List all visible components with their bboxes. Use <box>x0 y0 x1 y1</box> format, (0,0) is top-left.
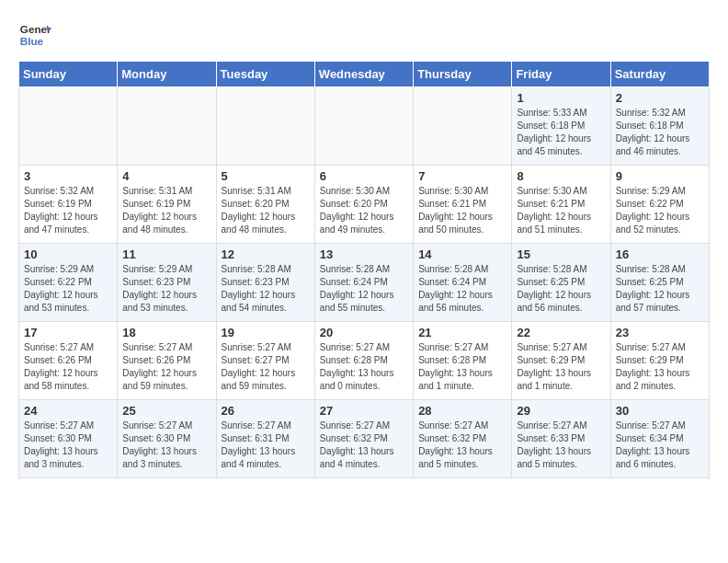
day-info: Sunrise: 5:28 AM Sunset: 6:23 PM Dayligh… <box>222 263 310 315</box>
day-info: Sunrise: 5:27 AM Sunset: 6:26 PM Dayligh… <box>24 341 112 393</box>
calendar-cell <box>216 87 314 166</box>
calendar-cell: 11Sunrise: 5:29 AM Sunset: 6:23 PM Dayli… <box>118 244 216 322</box>
day-number: 2 <box>616 91 704 105</box>
calendar-cell: 13Sunrise: 5:28 AM Sunset: 6:24 PM Dayli… <box>314 244 413 322</box>
page-header: General Blue <box>18 18 710 52</box>
day-number: 19 <box>222 326 310 339</box>
day-info: Sunrise: 5:27 AM Sunset: 6:28 PM Dayligh… <box>320 341 408 393</box>
day-number: 12 <box>222 247 310 261</box>
day-number: 29 <box>517 404 605 418</box>
day-number: 27 <box>320 404 408 418</box>
logo-icon: General Blue <box>18 18 51 52</box>
day-number: 15 <box>517 247 605 261</box>
day-number: 21 <box>418 326 506 339</box>
calendar-cell <box>314 87 413 166</box>
day-info: Sunrise: 5:27 AM Sunset: 6:31 PM Dayligh… <box>222 419 310 471</box>
day-info: Sunrise: 5:27 AM Sunset: 6:29 PM Dayligh… <box>616 341 704 393</box>
calendar-cell: 3Sunrise: 5:32 AM Sunset: 6:19 PM Daylig… <box>19 166 118 244</box>
day-info: Sunrise: 5:27 AM Sunset: 6:26 PM Dayligh… <box>122 341 210 393</box>
day-info: Sunrise: 5:27 AM Sunset: 6:33 PM Dayligh… <box>517 419 605 471</box>
calendar-cell: 4Sunrise: 5:31 AM Sunset: 6:19 PM Daylig… <box>118 166 216 244</box>
day-info: Sunrise: 5:29 AM Sunset: 6:22 PM Dayligh… <box>24 263 112 315</box>
day-number: 6 <box>320 169 408 183</box>
calendar-cell: 25Sunrise: 5:27 AM Sunset: 6:30 PM Dayli… <box>118 400 216 478</box>
day-info: Sunrise: 5:27 AM Sunset: 6:30 PM Dayligh… <box>24 419 112 471</box>
day-info: Sunrise: 5:29 AM Sunset: 6:22 PM Dayligh… <box>616 185 704 236</box>
day-number: 26 <box>222 404 310 418</box>
calendar-cell: 2Sunrise: 5:32 AM Sunset: 6:18 PM Daylig… <box>610 87 709 166</box>
calendar-cell: 26Sunrise: 5:27 AM Sunset: 6:31 PM Dayli… <box>216 400 314 478</box>
day-info: Sunrise: 5:28 AM Sunset: 6:25 PM Dayligh… <box>616 263 704 315</box>
logo: General Blue <box>18 18 51 52</box>
weekday-header-tuesday: Tuesday <box>216 62 314 87</box>
day-number: 5 <box>222 169 310 183</box>
calendar-cell: 7Sunrise: 5:30 AM Sunset: 6:21 PM Daylig… <box>414 166 512 244</box>
weekday-header-monday: Monday <box>118 62 216 87</box>
day-number: 17 <box>24 326 112 339</box>
day-number: 24 <box>24 404 112 418</box>
day-number: 1 <box>517 91 605 105</box>
day-number: 4 <box>122 169 210 183</box>
calendar-cell: 18Sunrise: 5:27 AM Sunset: 6:26 PM Dayli… <box>118 322 216 400</box>
day-number: 13 <box>320 247 408 261</box>
day-number: 28 <box>418 404 506 418</box>
calendar-cell: 9Sunrise: 5:29 AM Sunset: 6:22 PM Daylig… <box>610 166 709 244</box>
calendar-cell: 23Sunrise: 5:27 AM Sunset: 6:29 PM Dayli… <box>610 322 709 400</box>
day-number: 9 <box>616 169 704 183</box>
calendar-cell: 22Sunrise: 5:27 AM Sunset: 6:29 PM Dayli… <box>512 322 610 400</box>
day-info: Sunrise: 5:27 AM Sunset: 6:29 PM Dayligh… <box>517 341 605 393</box>
calendar-cell <box>414 87 512 166</box>
calendar-cell: 19Sunrise: 5:27 AM Sunset: 6:27 PM Dayli… <box>216 322 314 400</box>
calendar-cell <box>118 87 216 166</box>
calendar-cell: 1Sunrise: 5:33 AM Sunset: 6:18 PM Daylig… <box>512 87 610 166</box>
calendar-cell <box>19 87 118 166</box>
calendar-cell: 5Sunrise: 5:31 AM Sunset: 6:20 PM Daylig… <box>216 166 314 244</box>
calendar-cell: 21Sunrise: 5:27 AM Sunset: 6:28 PM Dayli… <box>414 322 512 400</box>
day-info: Sunrise: 5:27 AM Sunset: 6:32 PM Dayligh… <box>418 419 506 471</box>
calendar-cell: 6Sunrise: 5:30 AM Sunset: 6:20 PM Daylig… <box>314 166 413 244</box>
weekday-header-thursday: Thursday <box>414 62 512 87</box>
calendar-cell: 29Sunrise: 5:27 AM Sunset: 6:33 PM Dayli… <box>512 400 610 478</box>
day-number: 14 <box>418 247 506 261</box>
day-info: Sunrise: 5:30 AM Sunset: 6:21 PM Dayligh… <box>517 185 605 236</box>
day-info: Sunrise: 5:31 AM Sunset: 6:19 PM Dayligh… <box>122 185 210 236</box>
day-info: Sunrise: 5:33 AM Sunset: 6:18 PM Dayligh… <box>517 107 605 158</box>
calendar-cell: 24Sunrise: 5:27 AM Sunset: 6:30 PM Dayli… <box>19 400 118 478</box>
day-info: Sunrise: 5:32 AM Sunset: 6:18 PM Dayligh… <box>616 107 704 158</box>
day-number: 11 <box>122 247 210 261</box>
weekday-header-saturday: Saturday <box>610 62 709 87</box>
calendar-cell: 8Sunrise: 5:30 AM Sunset: 6:21 PM Daylig… <box>512 166 610 244</box>
day-number: 30 <box>616 404 704 418</box>
calendar-cell: 10Sunrise: 5:29 AM Sunset: 6:22 PM Dayli… <box>19 244 118 322</box>
day-number: 10 <box>24 247 112 261</box>
weekday-header-sunday: Sunday <box>19 62 118 87</box>
day-info: Sunrise: 5:28 AM Sunset: 6:25 PM Dayligh… <box>517 263 605 315</box>
calendar-cell: 14Sunrise: 5:28 AM Sunset: 6:24 PM Dayli… <box>414 244 512 322</box>
day-number: 23 <box>616 326 704 339</box>
svg-text:Blue: Blue <box>20 35 44 47</box>
calendar-cell: 17Sunrise: 5:27 AM Sunset: 6:26 PM Dayli… <box>19 322 118 400</box>
day-info: Sunrise: 5:27 AM Sunset: 6:27 PM Dayligh… <box>222 341 310 393</box>
day-number: 22 <box>517 326 605 339</box>
calendar-table: SundayMondayTuesdayWednesdayThursdayFrid… <box>18 61 710 478</box>
day-number: 20 <box>320 326 408 339</box>
weekday-header-friday: Friday <box>512 62 610 87</box>
day-number: 7 <box>418 169 506 183</box>
calendar-cell: 30Sunrise: 5:27 AM Sunset: 6:34 PM Dayli… <box>610 400 709 478</box>
day-info: Sunrise: 5:32 AM Sunset: 6:19 PM Dayligh… <box>24 185 112 236</box>
day-info: Sunrise: 5:28 AM Sunset: 6:24 PM Dayligh… <box>320 263 408 315</box>
calendar-cell: 12Sunrise: 5:28 AM Sunset: 6:23 PM Dayli… <box>216 244 314 322</box>
day-info: Sunrise: 5:31 AM Sunset: 6:20 PM Dayligh… <box>222 185 310 236</box>
calendar-cell: 20Sunrise: 5:27 AM Sunset: 6:28 PM Dayli… <box>314 322 413 400</box>
day-number: 16 <box>616 247 704 261</box>
day-number: 3 <box>24 169 112 183</box>
day-info: Sunrise: 5:30 AM Sunset: 6:20 PM Dayligh… <box>320 185 408 236</box>
day-info: Sunrise: 5:27 AM Sunset: 6:28 PM Dayligh… <box>418 341 506 393</box>
calendar-cell: 27Sunrise: 5:27 AM Sunset: 6:32 PM Dayli… <box>314 400 413 478</box>
day-info: Sunrise: 5:27 AM Sunset: 6:34 PM Dayligh… <box>616 419 704 471</box>
day-info: Sunrise: 5:27 AM Sunset: 6:32 PM Dayligh… <box>320 419 408 471</box>
day-number: 18 <box>122 326 210 339</box>
day-info: Sunrise: 5:27 AM Sunset: 6:30 PM Dayligh… <box>122 419 210 471</box>
calendar-cell: 28Sunrise: 5:27 AM Sunset: 6:32 PM Dayli… <box>414 400 512 478</box>
day-number: 25 <box>122 404 210 418</box>
